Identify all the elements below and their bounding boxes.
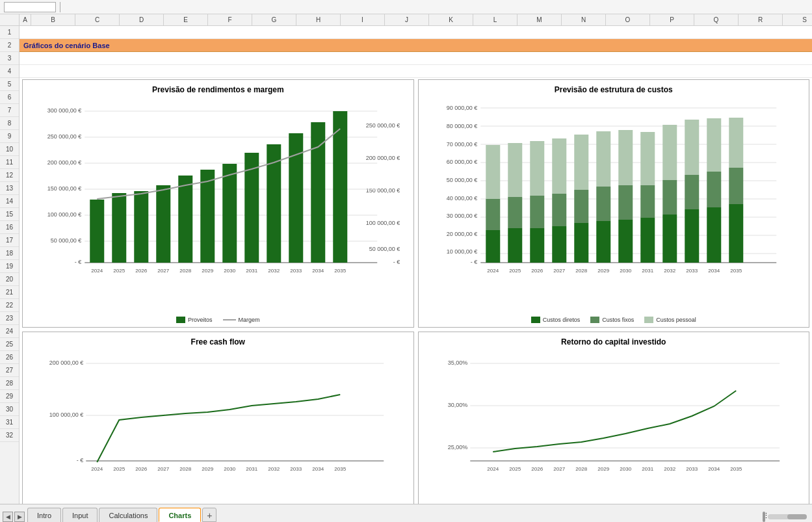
svg-text:250 000,00 €: 250 000,00 € [47, 133, 82, 140]
row-number-7: 7 [0, 104, 19, 117]
tab-next-button[interactable]: ▶ [14, 512, 25, 522]
svg-rect-83 [618, 185, 633, 220]
tab-scroll-dots[interactable]: ⋮ [763, 512, 765, 522]
svg-text:2035: 2035 [334, 466, 346, 472]
col-header-P: P [650, 14, 694, 25]
chart-revenue-area: 300 000,00 € 250 000,00 € 200 000,00 € 1… [29, 98, 407, 314]
svg-text:20 000,00 €: 20 000,00 € [446, 231, 477, 237]
svg-text:2024: 2024 [487, 466, 499, 472]
col-header-O: O [606, 14, 650, 25]
svg-text:150 000,00 €: 150 000,00 € [366, 187, 400, 194]
row-number-19: 19 [0, 260, 19, 273]
col-header-E: E [164, 14, 208, 25]
tab-scroll-track[interactable] [768, 514, 807, 519]
row-number-4: 4 [0, 65, 19, 78]
chart-costs-title: Previsão de estrutura de custos [425, 85, 803, 94]
svg-text:2027: 2027 [157, 268, 169, 274]
svg-text:2029: 2029 [597, 466, 609, 472]
svg-text:2035: 2035 [730, 466, 742, 472]
svg-text:2032: 2032 [268, 466, 280, 472]
row-number-28: 28 [0, 377, 19, 390]
tab-prev-button[interactable]: ◀ [3, 512, 13, 522]
svg-rect-68 [508, 197, 522, 228]
svg-rect-71 [530, 196, 544, 228]
svg-rect-91 [685, 209, 699, 263]
svg-text:- €: - € [77, 457, 84, 463]
svg-text:2026: 2026 [135, 268, 147, 274]
row-number-12: 12 [0, 169, 19, 182]
legend-proveitos: Proveitos [176, 317, 213, 323]
tab-nav-arrows: ◀ ▶ [3, 512, 25, 522]
svg-text:35,00%: 35,00% [447, 359, 467, 366]
tab-charts[interactable]: Charts [159, 508, 201, 522]
name-box[interactable] [4, 2, 56, 12]
row-number-17: 17 [0, 234, 19, 247]
svg-rect-92 [685, 175, 699, 209]
svg-rect-24 [178, 176, 192, 263]
tab-calculations[interactable]: Calculations [99, 508, 157, 522]
svg-text:25,00%: 25,00% [447, 444, 467, 450]
formula-bar [0, 0, 812, 14]
svg-text:200 000,00 €: 200 000,00 € [366, 155, 400, 161]
svg-text:2033: 2033 [686, 268, 698, 274]
svg-rect-21 [112, 193, 126, 263]
row-number-26: 26 [0, 351, 19, 364]
svg-rect-98 [729, 168, 743, 204]
legend-margem-swatch [223, 319, 236, 320]
svg-text:90 000,00 €: 90 000,00 € [446, 105, 477, 111]
svg-text:2025: 2025 [113, 466, 125, 472]
svg-text:2030: 2030 [224, 466, 235, 472]
chart-revenue-svg: 300 000,00 € 250 000,00 € 200 000,00 € 1… [29, 98, 407, 280]
row-3 [20, 52, 812, 65]
svg-rect-95 [707, 172, 721, 207]
svg-text:2032: 2032 [268, 268, 280, 274]
col-header-S: S [783, 14, 812, 25]
legend-proveitos-swatch [176, 317, 185, 323]
row-number-25: 25 [0, 338, 19, 351]
cells-area[interactable]: Gráficos do cenário Base Previsão de ren… [20, 26, 812, 522]
svg-text:2030: 2030 [620, 268, 631, 274]
chart-costs-svg: 90 000,00 € 80 000,00 € 70 000,00 € 60 0… [425, 98, 803, 280]
col-header-N: N [562, 14, 606, 25]
svg-text:2024: 2024 [487, 268, 499, 274]
svg-text:30 000,00 €: 30 000,00 € [446, 213, 477, 219]
svg-text:2028: 2028 [179, 466, 191, 472]
row-number-1: 1 [0, 26, 19, 39]
chart-costs-legend: Custos diretos Custos fixos Custos pesso… [425, 317, 803, 323]
row-number-13: 13 [0, 182, 19, 195]
legend-proveitos-label: Proveitos [188, 317, 213, 323]
svg-text:2029: 2029 [202, 466, 213, 472]
row-number-15: 15 [0, 208, 19, 221]
svg-rect-26 [222, 164, 237, 263]
tab-input[interactable]: Input [62, 508, 98, 522]
tab-intro[interactable]: Intro [27, 508, 61, 522]
svg-text:2033: 2033 [686, 466, 698, 472]
legend-fixos-swatch [590, 317, 599, 323]
svg-text:250 000,00 €: 250 000,00 € [366, 122, 400, 129]
svg-text:60 000,00 €: 60 000,00 € [446, 159, 477, 165]
svg-rect-31 [333, 111, 347, 263]
legend-pessoal: Custos pessoal [644, 317, 696, 323]
charts-grid: Previsão de rendimentos e margem 300 000… [20, 78, 812, 520]
row-1 [20, 26, 812, 39]
col-header-J: J [385, 14, 429, 25]
svg-rect-66 [486, 145, 500, 199]
svg-rect-93 [685, 120, 699, 175]
svg-text:2029: 2029 [597, 268, 609, 274]
legend-fixos-label: Custos fixos [602, 317, 634, 323]
tab-bar: ◀ ▶ Intro Input Calculations Charts + ⋮ [0, 504, 812, 522]
col-header-A: A [20, 14, 31, 25]
tab-add-button[interactable]: + [202, 508, 216, 522]
svg-text:2024: 2024 [91, 268, 103, 274]
svg-text:2034: 2034 [708, 466, 720, 472]
svg-rect-79 [596, 221, 610, 263]
col-header-C: C [75, 14, 120, 25]
svg-rect-82 [618, 220, 633, 263]
col-header-M: M [517, 14, 562, 25]
svg-rect-69 [508, 143, 522, 197]
svg-text:2033: 2033 [290, 466, 302, 472]
svg-rect-94 [707, 207, 721, 263]
row-number-29: 29 [0, 390, 19, 403]
col-header-R: R [739, 14, 783, 25]
svg-rect-85 [640, 218, 655, 263]
